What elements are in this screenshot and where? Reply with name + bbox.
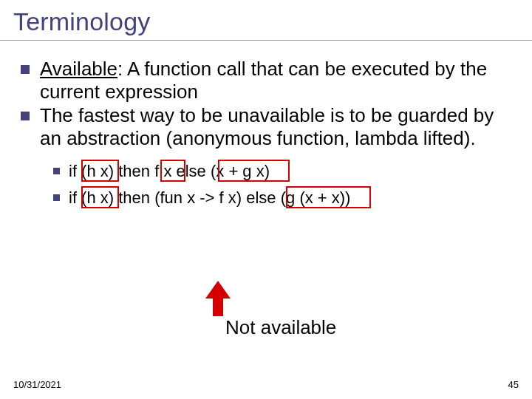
sub-bullets: if (h x) then f x else (x + g x) if (h x… — [53, 162, 510, 208]
highlight-box — [81, 160, 119, 182]
bullet-1-text: Available: A function call that can be e… — [40, 58, 510, 103]
highlight-box — [218, 160, 290, 182]
slide: Terminology Available: A function call t… — [0, 0, 532, 399]
bullet-1: Available: A function call that can be e… — [21, 58, 510, 103]
example-2: if (h x) then (fun x -> f x) else (g (x … — [53, 188, 510, 208]
term-available: Available — [40, 58, 117, 80]
bullet-2-text: The fastest way to be unavailable is to … — [40, 104, 510, 149]
square-bullet-icon — [53, 168, 60, 174]
highlight-box — [286, 186, 371, 208]
square-bullet-icon — [21, 112, 30, 120]
square-bullet-icon — [21, 65, 30, 74]
square-bullet-icon — [53, 194, 60, 201]
slide-title: Terminology — [13, 7, 151, 36]
title-rule — [0, 40, 532, 41]
footer-page-number: 45 — [508, 379, 519, 390]
footer-date: 10/31/2021 — [13, 379, 61, 390]
annotation-not-available: Not available — [225, 316, 336, 339]
example-1: if (h x) then f x else (x + g x) — [53, 162, 510, 181]
highlight-box — [81, 186, 119, 208]
bullet-2: The fastest way to be unavailable is to … — [21, 104, 510, 149]
body: Available: A function call that can be e… — [21, 58, 510, 215]
highlight-box — [160, 160, 185, 182]
